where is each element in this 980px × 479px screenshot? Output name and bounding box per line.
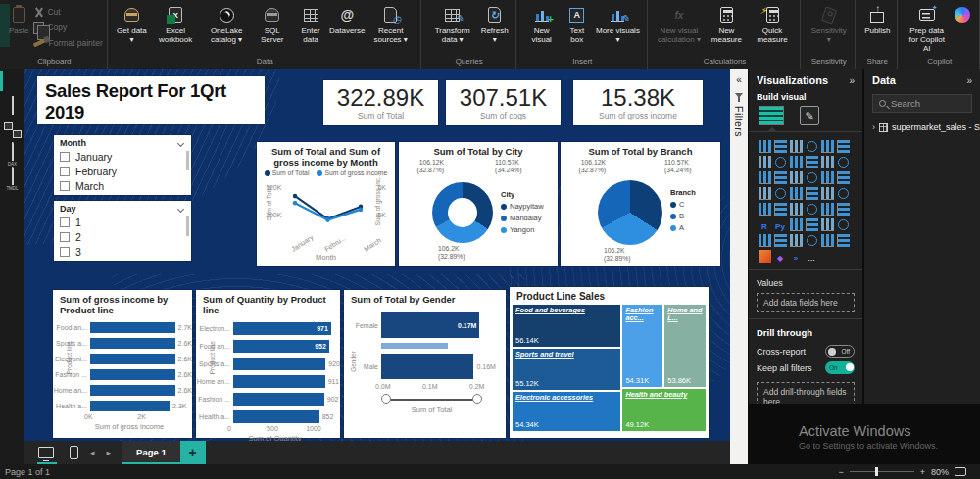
sensitivity-button[interactable]: Sensitivity ▾ xyxy=(807,3,851,46)
slicer-option-march[interactable]: March xyxy=(60,180,185,192)
add-page-button[interactable]: + xyxy=(180,441,206,464)
kpi-icon[interactable] xyxy=(774,203,787,216)
next-page-icon[interactable]: ▸ xyxy=(107,448,112,457)
slicer-option-february[interactable]: February xyxy=(60,166,185,177)
bar[interactable] xyxy=(233,410,319,423)
collapse-data-icon[interactable]: » xyxy=(966,75,972,86)
legend-item[interactable]: Naypyitaw xyxy=(501,202,544,211)
new-visual-button[interactable]: +New visual xyxy=(522,3,562,46)
excel-workbook-button[interactable]: XExcel workbook xyxy=(150,3,201,46)
bar[interactable] xyxy=(90,322,175,333)
treemap-tile-food-and-beverages[interactable]: Food and beverages56.14K xyxy=(512,304,621,348)
refresh-button[interactable]: ↻Refresh ▾ xyxy=(478,3,512,46)
scrollbar[interactable] xyxy=(186,151,189,170)
scatter-chart-icon[interactable] xyxy=(790,171,803,184)
report-view[interactable] xyxy=(0,69,24,93)
stacked-column-chart-icon[interactable] xyxy=(774,140,787,153)
legend-item[interactable]: A xyxy=(670,223,696,232)
quantity-bar-chart[interactable]: Sum of Quantity by Product line Product … xyxy=(196,290,340,438)
dataverse-button[interactable]: @Dataverse xyxy=(329,3,366,37)
bar[interactable] xyxy=(90,338,175,349)
slicer-option-3[interactable]: 3 xyxy=(60,246,185,258)
zoom-slider-handle[interactable] xyxy=(875,467,878,476)
paste-button[interactable]: Paste xyxy=(6,3,31,37)
text-slicer-icon[interactable] xyxy=(821,234,834,247)
bar[interactable] xyxy=(233,375,325,388)
gross-income-bar-chart[interactable]: Sum of gross income by Product line Prod… xyxy=(53,290,192,438)
checkbox[interactable] xyxy=(60,217,70,227)
chevron-down-icon[interactable] xyxy=(177,139,184,146)
axis-zoom-slider[interactable] xyxy=(381,394,482,406)
cross-report-toggle[interactable]: Off xyxy=(825,345,855,358)
multi-row-card-icon[interactable] xyxy=(759,203,771,216)
table-view[interactable] xyxy=(0,93,24,118)
bar[interactable] xyxy=(233,393,324,406)
format-painter-button[interactable]: Format painter xyxy=(33,36,102,50)
gender-bar-chart[interactable]: Sum of Total by Gender Gender Female0.17… xyxy=(344,290,506,438)
legend-item[interactable]: B xyxy=(670,212,696,220)
line-chart-visual[interactable]: Sum of Total and Sum of gross income by … xyxy=(257,142,395,266)
month-slicer[interactable]: Month JanuaryFebruaryMarch xyxy=(54,135,191,195)
power-apps-icon[interactable] xyxy=(774,234,787,247)
funnel-chart-icon[interactable] xyxy=(774,171,787,184)
new-measure-button[interactable]: New measure xyxy=(705,3,749,46)
model-view[interactable] xyxy=(0,118,24,142)
area-chart-icon[interactable] xyxy=(775,157,786,168)
kpi-card-total[interactable]: 322.89K Sum of Total xyxy=(323,80,438,125)
sql-server-button[interactable]: SQL Server xyxy=(252,3,292,46)
clustered-column-chart-icon[interactable] xyxy=(807,141,817,152)
previous-page-icon[interactable]: ◂ xyxy=(90,448,95,457)
treemap-tile-health-and-beauty[interactable]: Health and beauty49.12K xyxy=(621,388,707,432)
card-icon[interactable] xyxy=(838,188,849,199)
bar[interactable] xyxy=(90,401,170,411)
slicer-option-1[interactable]: 1 xyxy=(60,216,185,228)
transform-data-button[interactable]: ✎Transform data ▾ xyxy=(427,3,478,46)
r-script-visual-icon[interactable]: R xyxy=(759,218,771,231)
treemap-icon[interactable] xyxy=(837,171,850,184)
python-visual-icon[interactable]: Py xyxy=(774,218,787,231)
slider-handle-right[interactable] xyxy=(472,394,482,404)
kpi-card-gross-income[interactable]: 15.38K Sum of gross income xyxy=(573,80,703,125)
desktop-view-icon[interactable] xyxy=(38,447,54,458)
copilot-logo-icon-button[interactable] xyxy=(950,3,975,26)
scrollbar[interactable] xyxy=(186,216,189,236)
enter-data-button[interactable]: Enter data xyxy=(292,3,328,46)
cut-button[interactable]: Cut xyxy=(33,5,102,19)
onelake-catalog-button[interactable]: OneLake catalog ▾ xyxy=(201,3,252,46)
custom-visual-1-icon[interactable] xyxy=(759,250,771,263)
legend-item[interactable]: Sum of Total xyxy=(265,169,310,176)
donut-chart-icon[interactable] xyxy=(821,171,834,184)
custom-visual-3-icon[interactable]: » xyxy=(790,250,803,263)
text-box-button[interactable]: AText box xyxy=(562,3,593,46)
zoom-out-icon[interactable]: − xyxy=(838,467,843,477)
bar[interactable] xyxy=(90,354,175,364)
line-and-clustered-column-chart-icon[interactable] xyxy=(821,156,834,168)
build-visual-mode-icon[interactable] xyxy=(759,106,784,125)
copy-button[interactable]: Copy xyxy=(33,21,102,34)
treemap-visual[interactable]: Product Line Sales Food and beverages56.… xyxy=(510,287,709,438)
stacked-bar-chart-icon[interactable] xyxy=(759,140,771,153)
bar[interactable] xyxy=(90,369,175,380)
decomposition-tree-icon[interactable] xyxy=(806,218,818,231)
filled-map-icon[interactable] xyxy=(775,188,786,199)
mobile-view-icon[interactable] xyxy=(70,446,78,459)
treemap-tile-fashion-acc[interactable]: Fashion acc...54.31K xyxy=(621,304,663,388)
bar[interactable]: 971 xyxy=(233,322,331,335)
fit-to-page-icon[interactable] xyxy=(955,467,966,476)
legend-item[interactable]: Yangon xyxy=(501,225,544,234)
pie-chart-visual[interactable]: Sum of Total by Branch 106.12K(32.87%)11… xyxy=(561,142,720,266)
search-input[interactable]: Search xyxy=(872,94,972,113)
keep-all-filters-toggle[interactable]: On xyxy=(825,361,855,374)
chevron-right-icon[interactable]: › xyxy=(872,122,875,132)
arcgis-map-icon[interactable] xyxy=(807,235,817,246)
more-visuals-button[interactable]: ✎More visuals ▾ xyxy=(593,3,643,46)
custom-visual-2-icon[interactable]: ◆ xyxy=(774,250,787,263)
report-title-card[interactable]: Sales Report For 1Qrt 2019 xyxy=(37,76,265,124)
table-tree-item[interactable]: › supermarket_sales - S... xyxy=(864,113,980,132)
collapse-visualizations-icon[interactable]: » xyxy=(849,75,855,86)
treemap-tile-home-and-l[interactable]: Home and L...53.86K xyxy=(663,304,707,388)
add-data-fields-dropzone[interactable]: Add data fields here xyxy=(757,293,855,312)
image-icon[interactable] xyxy=(837,234,850,247)
quick-measure-button[interactable]: ⚡Quick measure xyxy=(749,3,796,46)
page-tab[interactable]: Page 1 xyxy=(122,441,180,464)
